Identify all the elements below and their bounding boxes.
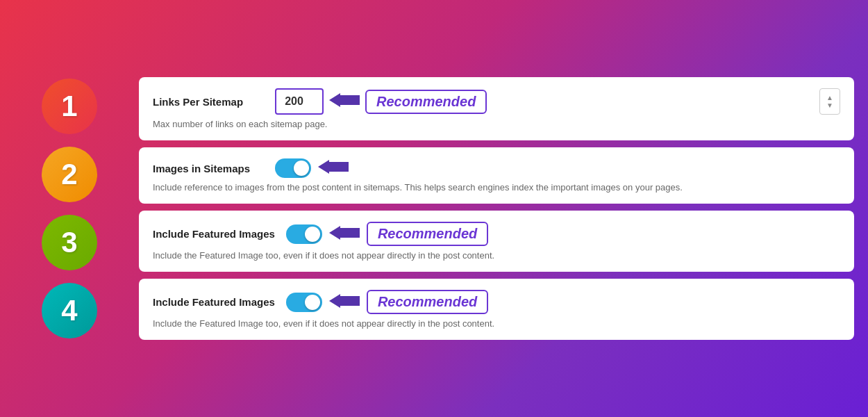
images-in-sitemaps-controls bbox=[275, 158, 349, 178]
links-per-sitemap-card: Links Per Sitemap Recommended ▲ ▼ Max nu… bbox=[139, 77, 854, 140]
arrow-icon-4 bbox=[329, 294, 360, 311]
arrow-icon-2 bbox=[318, 160, 349, 177]
include-featured-images-2-card: Include Featured Images Recommended Incl… bbox=[139, 279, 854, 340]
recommended-badge-4: Recommended bbox=[367, 290, 488, 314]
steps-column: 1 2 3 4 bbox=[0, 72, 139, 345]
settings-column: Links Per Sitemap Recommended ▲ ▼ Max nu… bbox=[139, 77, 868, 340]
arrow-icon-1 bbox=[329, 93, 360, 110]
svg-marker-2 bbox=[329, 226, 360, 240]
images-in-sitemaps-description: Include reference to images from the pos… bbox=[153, 182, 840, 193]
include-featured-images-2-label: Include Featured Images bbox=[153, 296, 275, 308]
step-3-label: 3 bbox=[61, 226, 77, 259]
links-per-sitemap-description: Max number of links on each sitemap page… bbox=[153, 119, 840, 129]
images-in-sitemaps-card: Images in Sitemaps Include reference to … bbox=[139, 147, 854, 204]
include-featured-images-2-toggle[interactable] bbox=[286, 293, 322, 312]
step-4-circle: 4 bbox=[42, 283, 97, 338]
recommended-badge-3: Recommended bbox=[367, 222, 488, 246]
spinner-input[interactable]: ▲ ▼ bbox=[819, 88, 840, 115]
links-per-sitemap-input[interactable] bbox=[275, 88, 324, 115]
links-per-sitemap-controls: Recommended ▲ ▼ bbox=[275, 88, 840, 115]
svg-marker-0 bbox=[329, 93, 360, 107]
step-2-circle: 2 bbox=[42, 147, 97, 202]
include-featured-images-2-description: Include the Featured Image too, even if … bbox=[153, 318, 840, 329]
svg-marker-3 bbox=[329, 294, 360, 308]
step-4-label: 4 bbox=[61, 294, 77, 327]
step-3-circle: 3 bbox=[42, 215, 97, 270]
include-featured-images-2-controls: Recommended bbox=[286, 290, 488, 314]
links-per-sitemap-label: Links Per Sitemap bbox=[153, 96, 264, 108]
include-featured-images-1-description: Include the Featured Image too, even if … bbox=[153, 250, 840, 261]
step-1-label: 1 bbox=[61, 90, 77, 123]
step-1-circle: 1 bbox=[42, 79, 97, 134]
include-featured-images-1-controls: Recommended bbox=[286, 222, 488, 246]
svg-marker-1 bbox=[318, 160, 349, 174]
images-in-sitemaps-toggle[interactable] bbox=[275, 158, 311, 178]
step-2-label: 2 bbox=[61, 158, 77, 191]
include-featured-images-1-label: Include Featured Images bbox=[153, 228, 275, 240]
images-in-sitemaps-label: Images in Sitemaps bbox=[153, 163, 264, 174]
recommended-badge-1: Recommended bbox=[365, 90, 487, 114]
include-featured-images-1-card: Include Featured Images Recommended Incl… bbox=[139, 211, 854, 272]
include-featured-images-1-toggle[interactable] bbox=[286, 224, 322, 244]
arrow-icon-3 bbox=[329, 226, 360, 243]
